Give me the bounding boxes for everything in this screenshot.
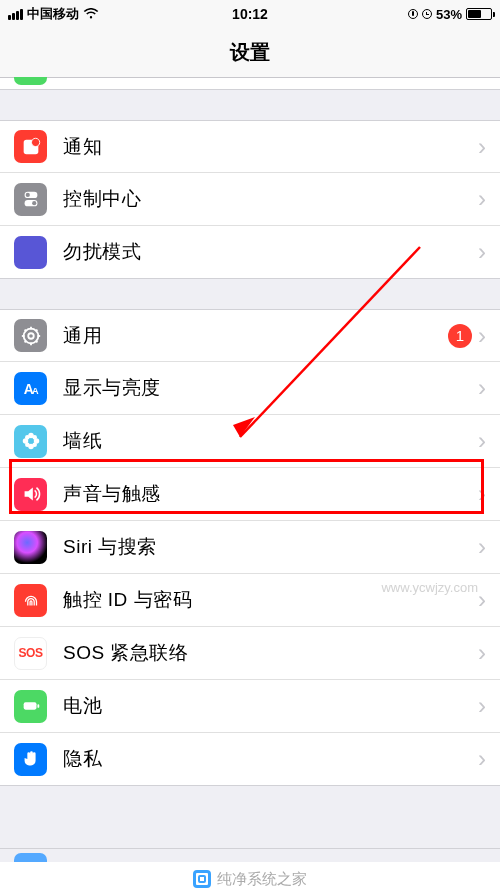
text-size-icon: AA xyxy=(14,372,47,405)
cell-label: Siri 与搜索 xyxy=(63,534,472,560)
svg-point-26 xyxy=(28,439,33,444)
svg-text:A: A xyxy=(31,386,38,396)
sos-icon: SOS xyxy=(14,637,47,670)
alarm-icon xyxy=(422,9,432,19)
cell-label: 墙纸 xyxy=(63,428,472,454)
status-left: 中国移动 xyxy=(8,5,99,23)
cell-privacy[interactable]: 隐私 › xyxy=(0,733,500,786)
cell-notifications[interactable]: 通知 › xyxy=(0,120,500,173)
chevron-right-icon: › xyxy=(478,692,486,720)
speaker-icon xyxy=(14,478,47,511)
settings-group-1: 通知 › 控制中心 › 勿扰模式 › xyxy=(0,120,500,279)
cell-siri[interactable]: Siri 与搜索 › xyxy=(0,521,500,574)
partial-icon xyxy=(14,77,47,85)
chevron-right-icon: › xyxy=(478,639,486,667)
status-right: 53% xyxy=(408,7,492,22)
notification-badge: 1 xyxy=(448,324,472,348)
chevron-right-icon: › xyxy=(478,185,486,213)
cell-label: 通知 xyxy=(63,134,472,160)
orientation-lock-icon xyxy=(408,9,418,19)
partial-previous-cell[interactable] xyxy=(0,78,500,90)
chevron-right-icon: › xyxy=(478,533,486,561)
gear-icon xyxy=(14,319,47,352)
cell-wallpaper[interactable]: 墙纸 › xyxy=(0,415,500,468)
chevron-right-icon: › xyxy=(478,133,486,161)
svg-point-24 xyxy=(25,442,30,447)
chevron-right-icon: › xyxy=(478,480,486,508)
watermark-footer: 纯净系统之家 xyxy=(0,862,500,896)
svg-line-14 xyxy=(24,340,26,342)
flower-icon xyxy=(14,425,47,458)
carrier-label: 中国移动 xyxy=(27,5,79,23)
control-center-icon xyxy=(14,183,47,216)
svg-point-7 xyxy=(28,333,34,339)
footer-logo-icon xyxy=(193,870,211,888)
partial-next-group xyxy=(0,848,500,862)
cell-battery[interactable]: 电池 › xyxy=(0,680,500,733)
settings-group-2: 通用 1 › AA 显示与亮度 › 墙纸 › 声音与触感 › xyxy=(0,309,500,786)
moon-icon xyxy=(14,236,47,269)
siri-icon xyxy=(14,531,47,564)
svg-rect-27 xyxy=(23,702,36,709)
cell-label: 控制中心 xyxy=(63,186,472,212)
cell-general[interactable]: 通用 1 › xyxy=(0,309,500,362)
hand-icon xyxy=(14,743,47,776)
svg-point-25 xyxy=(32,442,37,447)
cell-touchid[interactable]: 触控 ID 与密码 › xyxy=(0,574,500,627)
battery-icon xyxy=(14,690,47,723)
settings-list[interactable]: 通知 › 控制中心 › 勿扰模式 › 通用 1 › xyxy=(0,78,500,786)
chevron-right-icon: › xyxy=(478,427,486,455)
signal-icon xyxy=(8,9,23,20)
cell-sounds[interactable]: 声音与触感 › xyxy=(0,468,500,521)
cell-label: 电池 xyxy=(63,693,472,719)
chevron-right-icon: › xyxy=(478,374,486,402)
battery-icon xyxy=(466,8,492,20)
svg-point-23 xyxy=(32,435,37,440)
svg-point-5 xyxy=(32,201,36,205)
cell-dnd[interactable]: 勿扰模式 › xyxy=(0,226,500,279)
cell-label: 通用 xyxy=(63,323,448,349)
chevron-right-icon: › xyxy=(478,238,486,266)
cell-display[interactable]: AA 显示与亮度 › xyxy=(0,362,500,415)
svg-rect-28 xyxy=(37,704,39,708)
battery-percent: 53% xyxy=(436,7,462,22)
wifi-icon xyxy=(83,8,99,20)
svg-point-1 xyxy=(31,138,39,146)
page-title: 设置 xyxy=(0,28,500,78)
cell-label: 勿扰模式 xyxy=(63,239,472,265)
cell-label: 显示与亮度 xyxy=(63,375,472,401)
notifications-icon xyxy=(14,130,47,163)
svg-line-13 xyxy=(35,340,37,342)
fingerprint-icon xyxy=(14,584,47,617)
cell-label: 声音与触感 xyxy=(63,481,472,507)
svg-point-3 xyxy=(25,193,29,197)
cell-label: 隐私 xyxy=(63,746,472,772)
svg-point-22 xyxy=(25,435,30,440)
cell-label: SOS 紧急联络 xyxy=(63,640,472,666)
cell-control-center[interactable]: 控制中心 › xyxy=(0,173,500,226)
chevron-right-icon: › xyxy=(478,745,486,773)
cell-sos[interactable]: SOS SOS 紧急联络 › xyxy=(0,627,500,680)
status-bar: 中国移动 10:12 53% xyxy=(0,0,500,28)
footer-text: 纯净系统之家 xyxy=(217,870,307,889)
svg-line-12 xyxy=(24,329,26,331)
chevron-right-icon: › xyxy=(478,586,486,614)
cell-label: 触控 ID 与密码 xyxy=(63,587,472,613)
svg-line-15 xyxy=(35,329,37,331)
chevron-right-icon: › xyxy=(478,322,486,350)
